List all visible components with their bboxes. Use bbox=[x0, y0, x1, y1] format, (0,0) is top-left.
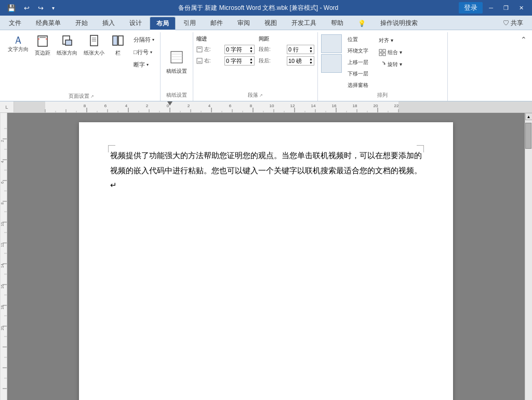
page-setup-expand[interactable]: ↗ bbox=[90, 94, 94, 99]
spacing-after-input[interactable] bbox=[287, 57, 308, 65]
svg-text:4: 4 bbox=[125, 104, 128, 108]
ribbon-group-arrange: 位置 环绕文字 上移一层 下移一层 选择窗格 对齐 ▾ 组合 ▾ 旋转 ▾ bbox=[318, 32, 448, 101]
rotate-button[interactable]: 旋转 ▾ bbox=[376, 59, 405, 70]
draft-settings-button[interactable]: 稿纸设置 bbox=[164, 48, 190, 76]
svg-rect-16 bbox=[197, 47, 202, 52]
tab-insert[interactable]: 插入 bbox=[96, 16, 122, 30]
scroll-up-button[interactable]: ▲ bbox=[525, 113, 533, 120]
indent-label: 缩进 bbox=[196, 35, 255, 43]
tab-review[interactable]: 审阅 bbox=[231, 16, 257, 30]
spacing-before-down[interactable]: ▼ bbox=[308, 49, 314, 53]
svg-text:10: 10 bbox=[270, 104, 274, 108]
spacing-after-down[interactable]: ▼ bbox=[308, 61, 314, 64]
svg-text:12: 12 bbox=[1, 243, 4, 247]
spacing-after-spinbox[interactable]: ▲ ▼ bbox=[287, 56, 314, 66]
indent-left-input[interactable] bbox=[225, 45, 248, 54]
line-numbers-button[interactable]: □行号▾ bbox=[131, 47, 157, 58]
indent-right-down[interactable]: ▼ bbox=[248, 61, 254, 64]
svg-rect-12 bbox=[171, 51, 182, 63]
columns-button[interactable]: 栏 bbox=[108, 33, 128, 58]
indent-left-label: 左: bbox=[196, 46, 222, 53]
indent-right-input[interactable] bbox=[225, 57, 248, 65]
vertical-ruler: 2 4 6 8 10 12 14 16 18 20 bbox=[0, 113, 7, 400]
document-container[interactable]: 视频提供了功能强大的方法帮助您证明您的观点。当您单击联机视频时，可以在想要添加的… bbox=[7, 113, 525, 400]
ribbon-tabs: 文件 经典菜单 开始 插入 设计 布局 引用 邮件 审阅 视图 开发工具 帮助 … bbox=[0, 16, 532, 30]
document-page[interactable]: 视频提供了功能强大的方法帮助您证明您的观点。当您单击联机视频时，可以在想要添加的… bbox=[79, 122, 453, 400]
corner-mark-tr bbox=[417, 145, 424, 152]
svg-rect-22 bbox=[379, 53, 382, 56]
svg-text:18: 18 bbox=[353, 104, 357, 108]
spacing-after-label: 段后: bbox=[259, 57, 285, 64]
spacing-before-spinbox[interactable]: ▲ ▼ bbox=[287, 45, 314, 54]
paper-size-button[interactable]: 纸张大小 bbox=[81, 33, 107, 58]
tab-file[interactable]: 文件 bbox=[2, 16, 28, 30]
hyphenation-button[interactable]: 断字▾ bbox=[131, 59, 157, 70]
spacing-before-up[interactable]: ▲ bbox=[308, 46, 314, 49]
undo-button[interactable]: ↩ bbox=[21, 3, 33, 13]
tab-help[interactable]: 帮助 bbox=[324, 16, 350, 30]
tab-view[interactable]: 视图 bbox=[258, 16, 284, 30]
margins-icon bbox=[37, 35, 48, 49]
redo-button[interactable]: ↪ bbox=[35, 3, 47, 13]
orientation-button[interactable]: 纸张方向 bbox=[54, 33, 80, 58]
close-button[interactable]: ✕ bbox=[515, 4, 528, 12]
group-button[interactable]: 组合 ▾ bbox=[376, 47, 405, 58]
login-button[interactable]: 登录 bbox=[459, 2, 483, 14]
save-button[interactable]: 💾 bbox=[4, 3, 19, 13]
tab-home[interactable]: 开始 bbox=[69, 16, 95, 30]
indent-right-up[interactable]: ▲ bbox=[248, 57, 254, 61]
position-thumbnail bbox=[321, 34, 342, 53]
forward-button[interactable]: 上移一层 bbox=[345, 57, 371, 68]
svg-text:20: 20 bbox=[1, 326, 4, 330]
tab-layout[interactable]: 布局 bbox=[150, 17, 176, 30]
customize-qat-button[interactable]: ▾ bbox=[49, 4, 58, 12]
indent-right-label: 右: bbox=[196, 57, 222, 64]
spacing-label: 间距 bbox=[259, 35, 314, 43]
margins-button[interactable]: 页边距 bbox=[32, 33, 53, 58]
svg-text:10: 10 bbox=[1, 222, 4, 226]
minimize-button[interactable]: ─ bbox=[485, 4, 497, 12]
tab-bulb[interactable]: 💡 bbox=[351, 16, 373, 30]
svg-rect-80 bbox=[0, 113, 7, 400]
svg-rect-20 bbox=[379, 49, 382, 52]
backward-button[interactable]: 下移一层 bbox=[345, 69, 371, 79]
tab-design[interactable]: 设计 bbox=[123, 16, 149, 30]
tab-mail[interactable]: 邮件 bbox=[204, 16, 230, 30]
separator-button[interactable]: 分隔符▾ bbox=[131, 34, 157, 45]
tab-share[interactable]: ♡ 共享 bbox=[496, 16, 530, 30]
scroll-thumb[interactable] bbox=[525, 123, 531, 149]
wrap-text-thumbnail bbox=[321, 54, 342, 73]
draft-group-label: 稿纸设置 bbox=[166, 92, 187, 99]
paragraph-expand[interactable]: ↗ bbox=[259, 93, 263, 98]
restore-button[interactable]: ❐ bbox=[499, 4, 513, 12]
indent-left-spinbox[interactable]: ▲ ▼ bbox=[224, 45, 255, 54]
tab-classic[interactable]: 经典菜单 bbox=[29, 16, 68, 30]
indent-left-up[interactable]: ▲ bbox=[248, 46, 254, 49]
corner-mark-tl bbox=[108, 145, 115, 152]
spacing-after-up[interactable]: ▲ bbox=[308, 57, 314, 61]
spacing-before-label: 段前: bbox=[259, 46, 285, 53]
svg-rect-11 bbox=[118, 36, 123, 45]
horizontal-ruler[interactable]: 8 6 4 2 0 2 4 6 8 10 12 14 16 18 20 22 bbox=[14, 101, 532, 112]
wrap-text-button[interactable]: 环绕文字 bbox=[345, 46, 371, 56]
tab-search-help[interactable]: 操作说明搜索 bbox=[374, 16, 424, 30]
indent-right-spinbox[interactable]: ▲ ▼ bbox=[224, 56, 255, 66]
title-bar: 💾 ↩ ↪ ▾ 备份属于 新建 Microsoft Word 文档.wbk [兼… bbox=[0, 0, 532, 16]
select-pane-button[interactable]: 选择窗格 bbox=[345, 80, 371, 91]
paper-size-icon bbox=[88, 35, 100, 49]
svg-rect-26 bbox=[14, 101, 45, 112]
ribbon-collapse-button[interactable]: ⌃ bbox=[517, 34, 530, 45]
tab-developer[interactable]: 开发工具 bbox=[285, 16, 323, 30]
svg-rect-5 bbox=[65, 40, 72, 45]
align-button[interactable]: 对齐 ▾ bbox=[376, 35, 405, 46]
scroll-track[interactable] bbox=[525, 120, 533, 400]
spacing-before-input[interactable] bbox=[287, 45, 308, 54]
position-button[interactable]: 位置 bbox=[345, 34, 371, 45]
vertical-scrollbar[interactable]: ▲ ▼ bbox=[525, 113, 532, 400]
document-content[interactable]: 视频提供了功能强大的方法帮助您证明您的观点。当您单击联机视频时，可以在想要添加的… bbox=[110, 148, 422, 193]
ribbon-group-paragraph: 缩进 左: ▲ ▼ bbox=[193, 32, 318, 101]
tab-references[interactable]: 引用 bbox=[177, 16, 203, 30]
ruler-corner[interactable]: L bbox=[0, 101, 14, 112]
text-direction-button[interactable]: Ａ 文字方向 bbox=[5, 33, 31, 54]
indent-left-down[interactable]: ▼ bbox=[248, 49, 254, 53]
